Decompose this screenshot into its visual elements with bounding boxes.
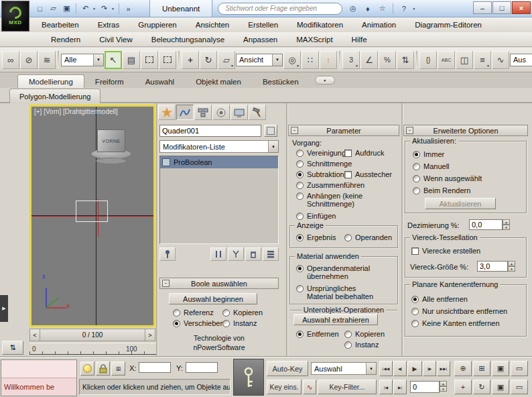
redo-button[interactable]: ↷ [98, 3, 111, 15]
edit-named-selection-sets-button[interactable]: {} [419, 51, 437, 69]
radio-schnittmenge[interactable]: Schnittmenge [296, 160, 352, 168]
menu-beleuchtungsanalyse[interactable]: Beleuchtungsanalyse [142, 32, 234, 46]
quad-size-spinner[interactable]: ▲ ▼ [508, 261, 515, 272]
chevron-down-icon[interactable]: ▼ [366, 363, 376, 374]
menu-modifikatoren[interactable]: Modifikatoren [287, 17, 352, 32]
spinner-up-icon[interactable]: ▲ [508, 261, 515, 266]
viewport-front[interactable]: VORNE z x [+] [Vorn] [Drahtgittermodell] [29, 105, 155, 327]
pin-stack-button[interactable] [159, 247, 176, 261]
object-name-field[interactable] [159, 125, 261, 137]
radio-instanz-subobj[interactable]: Instanz [344, 341, 379, 349]
begin-picking-button[interactable]: Auswahl beginnen [169, 293, 257, 304]
absolute-offset-toggle-button[interactable]: ⊞ [111, 361, 125, 376]
menu-diagramm-editoren[interactable]: Diagramm-Editoren [405, 17, 491, 32]
x-coordinate-field[interactable] [139, 362, 171, 373]
maximize-button[interactable]: □ [492, 1, 511, 14]
menu-extras[interactable]: Extras [88, 17, 129, 32]
scene-object-box[interactable]: VORNE [97, 129, 125, 152]
maxscript-mini-listener[interactable]: Willkommen be [1, 359, 77, 396]
menu-ansichten[interactable]: Ansichten [186, 17, 239, 32]
zoom-region-button[interactable]: ▭ [511, 361, 528, 376]
communication-center-icon[interactable]: ♦ [361, 3, 374, 15]
auto-key-button[interactable]: Auto-Key [267, 361, 308, 376]
search-database-icon[interactable]: ◎ [346, 3, 359, 15]
snap-toggle-3d-button[interactable]: 3▼ [342, 51, 360, 69]
tab-utilities[interactable] [249, 105, 266, 120]
panel-polygon-modellierung[interactable]: Polygon-Modellierung [9, 89, 101, 103]
checkbox-aufdruck[interactable]: Aufdruck [344, 149, 384, 157]
checkbox-vierecke-erstellen[interactable]: Vierecke erstellen [411, 247, 480, 255]
radio-operanden[interactable]: Operanden [344, 233, 392, 241]
modifier-icon[interactable] [162, 158, 170, 166]
help-dropdown-icon[interactable]: ▼ [412, 7, 417, 11]
current-frame-spinner[interactable]: ▲ ▼ [440, 381, 447, 392]
select-by-name-button[interactable]: ▤ [123, 51, 140, 69]
spinner-down-icon[interactable]: ▼ [440, 386, 447, 392]
checkbox-ausstecher[interactable]: Ausstecher [344, 170, 392, 178]
curve-editor-button[interactable]: ∿ [492, 51, 509, 69]
save-file-button[interactable]: ▣ [60, 3, 73, 15]
spinner-up-icon[interactable]: ▲ [440, 381, 447, 386]
collapse-icon[interactable]: - [162, 280, 170, 287]
listener-macro-pane[interactable] [1, 360, 76, 378]
help-button[interactable]: ? [397, 3, 410, 15]
menu-anpassen[interactable]: Anpassen [234, 32, 287, 46]
chevron-down-icon[interactable]: ▼ [268, 141, 278, 152]
make-unique-button[interactable] [228, 247, 244, 261]
tab-create[interactable] [158, 105, 176, 120]
rect-selection-region-button[interactable] [141, 51, 158, 69]
rollout-boole-auswaehlen[interactable]: - Boole auswählen [159, 278, 279, 289]
tab-hierarchy[interactable] [194, 105, 212, 120]
align-button[interactable]: ≡▼ [474, 51, 491, 69]
zoom-all-button[interactable]: ⊞ [473, 361, 490, 376]
remove-modifier-button[interactable] [245, 247, 261, 261]
time-slider-thumb[interactable]: 0 / 100 [40, 329, 145, 341]
radio-immer[interactable]: Immer [413, 150, 444, 158]
viewport-label[interactable]: [+] [Vorn] [Drahtgittermodell] [34, 108, 118, 115]
menu-bearbeiten[interactable]: Bearbeiten [32, 17, 88, 32]
play-animation-button[interactable]: ▶ [407, 361, 422, 376]
tab-motion[interactable] [212, 105, 230, 120]
radio-verschieben[interactable]: Verschieben [173, 319, 224, 327]
open-file-button[interactable]: ▱ [47, 3, 60, 15]
spinner-down-icon[interactable]: ▼ [508, 266, 515, 272]
radio-kopieren-boole[interactable]: Kopieren [222, 308, 263, 317]
spinner-up-icon[interactable]: ▲ [503, 219, 510, 225]
default-in-out-tangents-button[interactable]: ∿ [303, 380, 316, 394]
select-object-button[interactable]: ↖ [105, 51, 122, 69]
mirror-button[interactable]: ◫ [456, 51, 473, 69]
ribbon-minimize-button[interactable]: ▼ [315, 76, 335, 84]
unlink-selection-button[interactable]: ⊘ [20, 51, 38, 69]
radio-nur-unsichtbare[interactable]: Nur unsichtbare entfernen [411, 307, 507, 315]
select-and-link-button[interactable]: ∞ [2, 51, 19, 69]
set-keys-button[interactable] [233, 359, 264, 396]
mini-curve-editor-button[interactable]: ⇅ [2, 341, 23, 355]
go-to-end-button[interactable]: ▶▶| [437, 361, 450, 376]
menu-maxscript[interactable]: MAXScript [287, 32, 342, 46]
rename-objects-button[interactable]: ABC [438, 51, 455, 69]
chevron-down-icon[interactable]: ▼ [272, 54, 282, 66]
time-step-back-button[interactable]: < [30, 329, 40, 341]
modifier-stack[interactable]: ProBoolean [159, 156, 279, 244]
radio-instanz-boole[interactable]: Instanz [222, 319, 257, 327]
menu-civil-view[interactable]: Civil View [90, 32, 142, 46]
undo-dropdown-icon[interactable]: ▼ [92, 7, 97, 11]
chevron-down-icon[interactable]: ▼ [93, 54, 103, 66]
zoom-extents-button[interactable]: ▣ [492, 361, 509, 376]
radio-urspruengliches-material[interactable]: Ursprüngliches Material beibehalten [296, 284, 377, 300]
y-coordinate-field[interactable] [186, 362, 218, 373]
time-slider[interactable]: < 0 / 100 > [29, 329, 155, 341]
radio-operandenmaterial[interactable]: Operandenmaterial übernehmen [296, 264, 377, 280]
radio-manuell[interactable]: Manuell [413, 162, 450, 170]
previous-key-button[interactable]: |◀ [379, 380, 393, 394]
radio-alle-entfernen[interactable]: Alle entfernen [411, 295, 468, 303]
menu-hilfe[interactable]: Hilfe [342, 32, 377, 46]
radio-ergebnis[interactable]: Ergebnis [296, 233, 336, 241]
select-and-move-button[interactable]: + [182, 51, 199, 69]
next-key-button[interactable]: ▶| [393, 380, 407, 394]
show-end-result-button[interactable] [210, 247, 226, 261]
crossing-selection-button[interactable] [159, 51, 176, 69]
menu-animation[interactable]: Animation [352, 17, 405, 32]
next-frame-button[interactable]: |▶ [423, 361, 436, 376]
isolate-selection-button[interactable] [80, 361, 94, 376]
